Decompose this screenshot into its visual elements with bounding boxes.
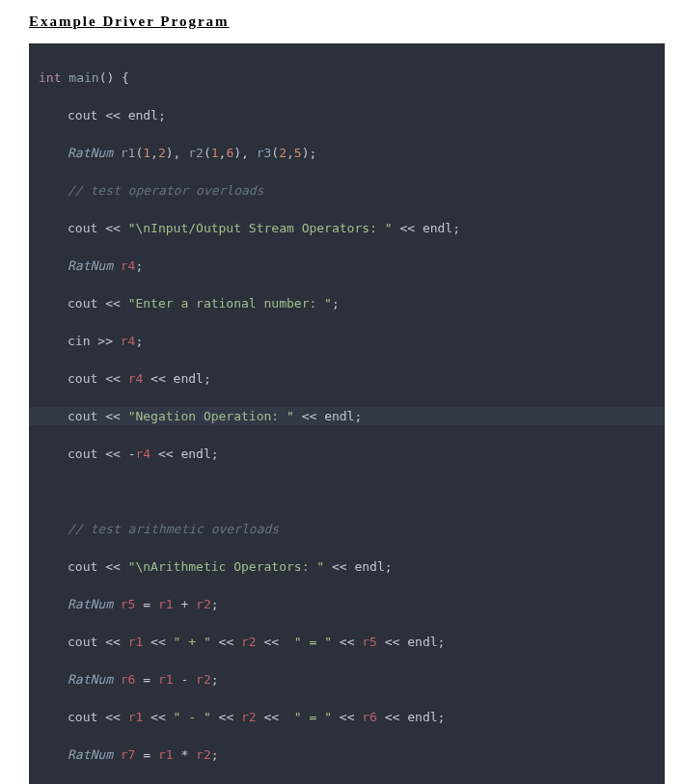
code-line: // test operator overloads (29, 181, 665, 201)
code-block: int main() { cout << endl; RatNum r1(1,2… (29, 43, 665, 784)
section-heading: Example Driver Program (29, 14, 665, 30)
code-line: cout << endl; (29, 106, 665, 125)
code-line: RatNum r7 = r1 * r2; (29, 745, 665, 765)
code-line (29, 482, 665, 501)
code-line: cout << r1 << " + " << r2 << " = " << r5… (29, 633, 665, 652)
code-line: RatNum r1(1,2), r2(1,6), r3(2,5); (29, 144, 665, 163)
code-line: cout << "Enter a rational number: "; (29, 294, 665, 313)
code-line: RatNum r5 = r1 + r2; (29, 595, 665, 614)
code-line: cin >> r4; (29, 332, 665, 351)
code-line: cout << "Negation Operation: " << endl; (29, 407, 665, 426)
code-line: int main() { (29, 68, 665, 88)
code-line: cout << "\nArithmetic Operators: " << en… (29, 557, 665, 577)
code-line: RatNum r6 = r1 - r2; (29, 670, 665, 689)
document-page: Example Driver Program int main() { cout… (0, 0, 684, 784)
code-line: // test arithmetic overloads (29, 520, 665, 539)
code-line: cout << r4 << endl; (29, 369, 665, 389)
code-line: cout << r1 << " - " << r2 << " = " << r6… (29, 708, 665, 727)
code-line: cout << "\nInput/Output Stream Operators… (29, 219, 665, 238)
code-line: RatNum r4; (29, 257, 665, 276)
code-line: cout << -r4 << endl; (29, 445, 665, 464)
